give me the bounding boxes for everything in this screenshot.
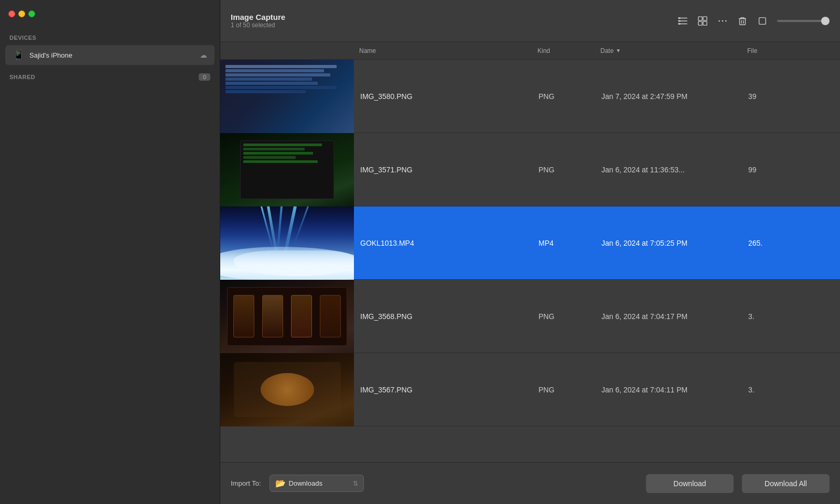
rotate-icon [757,16,768,26]
file-kind: PNG [539,386,601,394]
file-kind: PNG [539,166,601,174]
file-info: IMG_3571.PNG PNG Jan 6, 2024 at 11:36:53… [354,133,840,206]
svg-rect-8 [698,21,702,25]
file-name: IMG_3568.PNG [360,312,539,321]
table-row[interactable]: IMG_3567.PNG PNG Jan 6, 2024 at 7:04:11 … [220,353,840,426]
maximize-button[interactable] [28,10,35,17]
zoom-slider[interactable] [777,20,830,22]
file-info: IMG_3580.PNG PNG Jan 7, 2024 at 2:47:59 … [354,60,840,133]
file-size: 99 [748,166,834,174]
col-name-label: Name [359,47,376,54]
file-size: 265. [748,239,834,247]
col-header-kind[interactable]: Kind [537,47,600,54]
file-name: IMG_3580.PNG [360,92,539,101]
header-title-block: Image Capture 1 of 50 selected [231,13,667,29]
file-name: GOKL1013.MP4 [360,239,539,247]
thumbnail-image [220,133,354,206]
delete-icon [737,16,748,26]
svg-point-10 [718,20,720,21]
delete-button[interactable] [737,16,748,26]
shared-section: SHARED 0 [0,66,220,84]
file-date: Jan 6, 2024 at 11:36:53... [601,166,748,174]
col-file-label: File [747,47,757,54]
header: Image Capture 1 of 50 selected [220,0,840,42]
file-thumbnail [220,280,354,353]
file-thumbnail [220,133,354,206]
footer: Import To: 📂 Downloads ⇅ Download Downlo… [220,462,840,504]
file-kind: PNG [539,312,601,321]
toolbar-icons [677,16,830,26]
file-size: 3. [748,386,834,394]
selection-count: 1 of 50 selected [231,21,667,29]
close-button[interactable] [8,10,15,17]
titlebar [0,0,220,27]
main-content: Image Capture 1 of 50 selected [220,0,840,504]
file-thumbnail [220,206,354,280]
col-header-date[interactable]: Date ▼ [600,47,747,54]
list-view-button[interactable] [677,16,688,26]
file-kind: PNG [539,92,601,101]
shared-count-badge: 0 [199,73,210,81]
svg-rect-13 [740,18,746,25]
import-to-label: Import To: [231,479,261,487]
file-date: Jan 6, 2024 at 7:05:25 PM [601,239,748,247]
file-name: IMG_3567.PNG [360,386,539,394]
rotate-button[interactable] [757,16,768,26]
import-location-text: Downloads [289,479,350,487]
table-row[interactable]: IMG_3571.PNG PNG Jan 6, 2024 at 11:36:53… [220,133,840,206]
download-all-button[interactable]: Download All [742,474,830,493]
file-list: IMG_3580.PNG PNG Jan 7, 2024 at 2:47:59 … [220,60,840,462]
svg-rect-9 [703,21,707,25]
grid-view-button[interactable] [697,16,708,26]
list-view-icon [677,16,688,26]
zoom-thumb[interactable] [821,17,830,25]
import-location-dropdown[interactable]: 📂 Downloads ⇅ [270,475,364,492]
thumbnail-image [220,280,354,353]
svg-point-11 [722,20,724,21]
svg-rect-7 [703,16,707,20]
sort-arrow-icon: ▼ [616,48,621,53]
col-date-label: Date [600,47,613,54]
traffic-lights [8,10,35,17]
more-options-icon [717,16,728,26]
shared-section-label: SHARED [9,74,35,80]
file-size: 3. [748,312,834,321]
file-info: GOKL1013.MP4 MP4 Jan 6, 2024 at 7:05:25 … [354,206,840,279]
file-info: IMG_3568.PNG PNG Jan 6, 2024 at 7:04:17 … [354,280,840,353]
zoom-track[interactable] [777,20,830,22]
file-date: Jan 7, 2024 at 2:47:59 PM [601,92,748,101]
col-kind-label: Kind [537,47,550,54]
thumbnail-image [220,60,354,133]
download-button[interactable]: Download [646,474,734,493]
column-headers: Name Kind Date ▼ File [220,42,840,60]
device-name: Sajid's iPhone [29,51,195,59]
device-item-iphone[interactable]: 📱 Sajid's iPhone ☁ [5,45,214,65]
devices-section-label: DEVICES [0,27,220,44]
table-row[interactable]: IMG_3580.PNG PNG Jan 7, 2024 at 2:47:59 … [220,60,840,133]
file-date: Jan 6, 2024 at 7:04:17 PM [601,312,748,321]
table-row[interactable]: GOKL1013.MP4 MP4 Jan 6, 2024 at 7:05:25 … [220,206,840,280]
file-kind: MP4 [539,239,601,247]
svg-rect-6 [698,16,702,20]
downloads-folder-icon: 📂 [275,478,286,488]
col-header-name[interactable]: Name [359,47,537,54]
table-row[interactable]: IMG_3568.PNG PNG Jan 6, 2024 at 7:04:17 … [220,280,840,353]
file-date: Jan 6, 2024 at 7:04:11 PM [601,386,748,394]
sidebar: DEVICES 📱 Sajid's iPhone ☁ SHARED 0 [0,0,220,504]
thumbnail-image [220,206,354,280]
svg-rect-16 [759,17,766,24]
minimize-button[interactable] [18,10,25,17]
grid-view-icon [697,16,708,26]
svg-point-12 [725,20,727,21]
file-info: IMG_3567.PNG PNG Jan 6, 2024 at 7:04:11 … [354,353,840,426]
file-thumbnail [220,353,354,426]
app-title: Image Capture [231,13,667,21]
file-size: 39 [748,92,834,101]
iphone-icon: 📱 [13,49,24,61]
cloud-icon: ☁ [200,51,207,59]
file-thumbnail [220,60,354,133]
col-header-file[interactable]: File [747,47,840,54]
dropdown-arrow-icon: ⇅ [353,480,358,487]
more-options-button[interactable] [717,16,728,26]
file-name: IMG_3571.PNG [360,166,539,174]
